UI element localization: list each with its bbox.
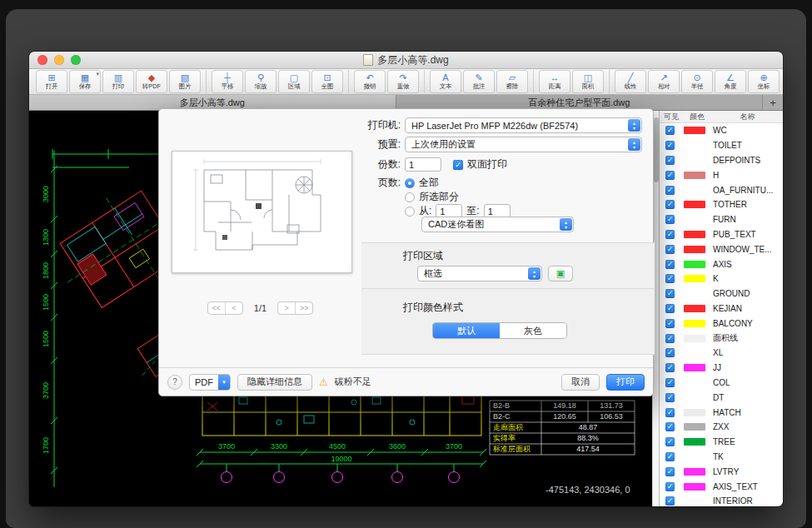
layer-color-swatch[interactable]	[684, 201, 705, 208]
help-button[interactable]: ?	[167, 375, 182, 390]
toolbar-button-relative[interactable]: ↗相对	[648, 70, 680, 93]
prev-page-button[interactable]: <	[225, 302, 242, 314]
layer-visible-checkbox[interactable]	[665, 171, 675, 180]
layer-color-swatch[interactable]	[684, 246, 705, 253]
toolbar-button-open[interactable]: ⊞打开	[36, 70, 67, 93]
toolbar-button-erase[interactable]: ▱擦除	[496, 70, 528, 93]
duplex-checkbox[interactable]	[453, 160, 463, 170]
pages-range-radio[interactable]	[405, 207, 415, 217]
layer-visible-checkbox[interactable]	[665, 467, 675, 476]
layer-visible-checkbox[interactable]	[665, 408, 675, 417]
layer-color-swatch[interactable]	[684, 409, 705, 416]
pick-area-button[interactable]: ▣	[548, 266, 573, 281]
layer-visible-checkbox[interactable]	[665, 186, 675, 195]
print-button[interactable]: 打印	[606, 374, 645, 391]
layer-visible-checkbox[interactable]	[665, 230, 675, 239]
layer-color-swatch[interactable]	[684, 320, 705, 327]
layer-visible-checkbox[interactable]	[665, 378, 675, 387]
layer-visible-checkbox[interactable]	[665, 334, 675, 343]
toolbar-button-annotate[interactable]: ✎批注	[463, 70, 495, 93]
new-tab-button[interactable]: +	[763, 95, 783, 110]
layer-visible-checkbox[interactable]	[665, 482, 675, 491]
toolbar-button-zoom[interactable]: ⚲缩放	[245, 70, 276, 93]
layer-visible-checkbox[interactable]	[665, 452, 675, 461]
toolbar-button-region[interactable]: ▢区域	[278, 70, 310, 93]
toolbar-button-angle[interactable]: ∠角度	[715, 70, 746, 93]
preset-select[interactable]: 上次使用的设置	[405, 137, 642, 152]
layers-header: 可见 颜色 名称	[660, 111, 783, 123]
toolbar-button-image[interactable]: ▧图片	[169, 70, 201, 93]
last-page-button[interactable]: >>	[295, 302, 312, 314]
copies-input[interactable]	[405, 157, 441, 172]
layer-row: WINDOW_TE...	[660, 242, 783, 257]
svg-text:19000: 19000	[331, 455, 351, 463]
toolbar-button-label: 相对	[658, 82, 670, 90]
layer-color-swatch[interactable]	[684, 305, 705, 312]
layer-visible-checkbox[interactable]	[665, 437, 675, 446]
layer-color-swatch[interactable]	[684, 468, 705, 476]
toolbar-button-area[interactable]: ◫面积	[572, 70, 604, 93]
toolbar-button-radius[interactable]: ⊙半径	[681, 70, 713, 93]
layer-color-swatch[interactable]	[684, 335, 705, 342]
toolbar-button-coordinate[interactable]: ⊕坐标	[748, 70, 780, 93]
layer-visible-checkbox[interactable]	[665, 156, 675, 165]
toolbar-button-redo[interactable]: ↷重做	[387, 70, 419, 93]
color-style-gray[interactable]: 灰色	[500, 323, 566, 338]
color-style-section: 打印颜色样式 默认 灰色	[361, 289, 655, 355]
layer-visible-checkbox[interactable]	[665, 274, 675, 283]
toolbar-button-text[interactable]: A文本	[430, 70, 461, 93]
layer-color-swatch[interactable]	[684, 423, 705, 431]
printer-select[interactable]: HP LaserJet Pro MFP M226dw (BF2574)	[405, 117, 642, 133]
layer-visible-checkbox[interactable]	[665, 496, 675, 506]
layer-visible-checkbox[interactable]	[665, 304, 675, 313]
window-title: 多层小高等.dwg	[377, 53, 448, 67]
layer-visible-checkbox[interactable]	[665, 260, 675, 269]
page-indicator: 1/1	[254, 303, 267, 313]
layer-color-swatch[interactable]	[684, 497, 705, 505]
toolbar-button-undo[interactable]: ↶撤销	[354, 70, 386, 93]
pages-all-radio[interactable]	[405, 178, 415, 188]
print-area-mode-select[interactable]: 框选	[417, 266, 542, 281]
layer-visible-checkbox[interactable]	[665, 319, 675, 328]
color-style-default[interactable]: 默认	[433, 323, 500, 338]
hide-details-button[interactable]: 隐藏详细信息	[237, 374, 312, 391]
layer-visible-checkbox[interactable]	[665, 422, 675, 431]
zoom-icon: ⚲	[257, 72, 264, 82]
layer-visible-checkbox[interactable]	[665, 289, 675, 298]
layer-visible-checkbox[interactable]	[665, 200, 675, 209]
layer-row: H	[660, 167, 783, 182]
first-page-button[interactable]: <<	[208, 302, 225, 314]
cancel-button[interactable]: 取消	[561, 374, 600, 391]
layer-color-swatch[interactable]	[684, 172, 705, 179]
layer-row: INTERIOR	[660, 494, 783, 506]
layer-color-swatch[interactable]	[684, 364, 705, 371]
toolbar-button-print[interactable]: ▥打印	[102, 70, 134, 93]
layer-visible-checkbox[interactable]	[665, 141, 675, 150]
toolbar-button-to-pdf[interactable]: ◆转PDF	[136, 70, 167, 93]
angle-icon: ∠	[726, 72, 735, 82]
layer-color-swatch[interactable]	[684, 483, 705, 491]
layer-color-swatch[interactable]	[684, 438, 705, 446]
layer-visible-checkbox[interactable]	[665, 245, 675, 254]
layer-color-swatch[interactable]	[684, 127, 705, 134]
layer-visible-checkbox[interactable]	[665, 363, 675, 372]
next-page-button[interactable]: >	[278, 302, 295, 314]
pdf-menu-button[interactable]: PDF	[189, 374, 231, 391]
layer-color-swatch[interactable]	[684, 261, 705, 268]
layer-visible-checkbox[interactable]	[665, 348, 675, 357]
toolbar-button-distance[interactable]: ↔距离	[539, 70, 570, 93]
toolbar-button-save[interactable]: ▦保存▾	[69, 70, 101, 93]
svg-text:3600: 3600	[389, 442, 406, 451]
layer-row: TOILET	[660, 138, 783, 153]
layer-visible-checkbox[interactable]	[665, 126, 675, 135]
layer-color-swatch[interactable]	[684, 275, 705, 282]
layer-name: AXIS	[713, 260, 732, 269]
toolbar-button-pan[interactable]: ┼平移	[212, 70, 243, 93]
app-options-select[interactable]: CAD迷你看图	[421, 217, 574, 232]
layer-color-swatch[interactable]	[684, 231, 705, 238]
pages-selection-radio[interactable]	[405, 192, 415, 202]
layer-visible-checkbox[interactable]	[665, 393, 675, 402]
toolbar-button-linear[interactable]: ╱线性	[615, 70, 646, 93]
toolbar-button-fit[interactable]: ⊡全图	[311, 70, 343, 93]
layer-visible-checkbox[interactable]	[665, 215, 675, 224]
